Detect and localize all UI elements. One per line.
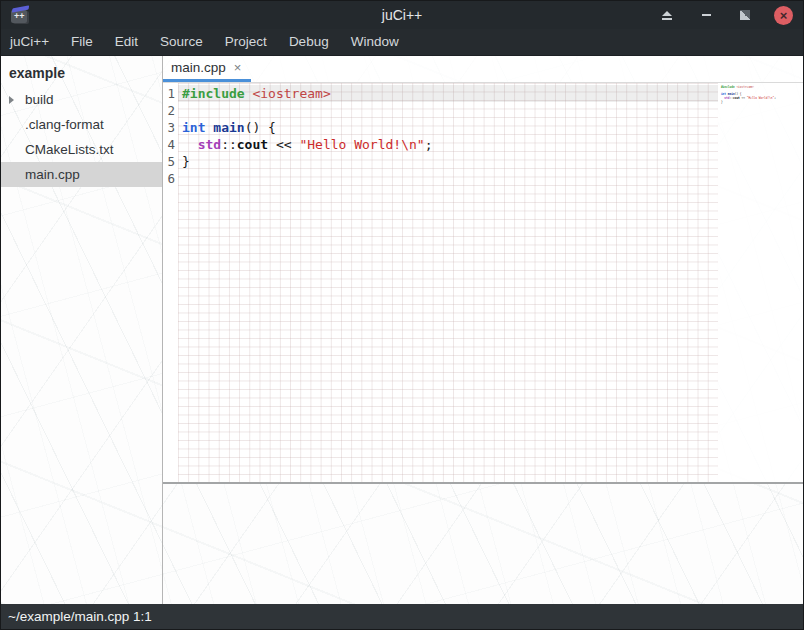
menu-item-juci[interactable]: juCi++ <box>1 29 60 55</box>
minimap[interactable]: #include <iostream>int main() { std::cou… <box>720 85 801 145</box>
title-bar[interactable]: ++ juCi++ × <box>1 1 803 29</box>
close-tab-icon[interactable]: × <box>234 61 242 74</box>
code-line[interactable]: #include <iostream> <box>178 85 718 102</box>
expander-spacer <box>9 120 21 130</box>
line-number: 4 <box>163 136 178 153</box>
code-line[interactable]: } <box>178 153 718 170</box>
code-token <box>182 137 198 152</box>
code-token: cout <box>733 96 740 99</box>
tree-item-label: CMakeLists.txt <box>25 142 114 157</box>
code-token: main <box>213 120 244 135</box>
minimize-icon <box>702 14 711 16</box>
file-tree: build.clang-formatCMakeLists.txtmain.cpp <box>1 87 162 187</box>
line-number: 2 <box>163 102 178 119</box>
output-panel[interactable] <box>163 484 803 604</box>
code-token: } <box>182 154 190 169</box>
maximize-icon <box>740 10 750 20</box>
code-area[interactable]: #include <iostream>int main() { std::cou… <box>178 83 718 482</box>
logo-plus-plus: ++ <box>14 11 25 21</box>
editor-margin: #include <iostream>int main() { std::cou… <box>718 83 803 482</box>
tree-item-main-cpp[interactable]: main.cpp <box>1 162 162 187</box>
line-number: 5 <box>163 153 178 170</box>
code-token: #include <box>721 85 735 88</box>
shade-window-button[interactable] <box>657 5 677 25</box>
menu-item-project[interactable]: Project <box>214 29 278 55</box>
code-line[interactable]: std::cout << "Hello World!\n"; <box>178 136 718 153</box>
close-icon: × <box>780 6 788 25</box>
status-file-position: ~/example/main.cpp 1:1 <box>8 609 152 624</box>
status-bar: ~/example/main.cpp 1:1 <box>1 604 803 629</box>
code-token: "Hello World!\n" <box>747 96 775 99</box>
tree-item-label: main.cpp <box>25 167 80 182</box>
main-area: example build.clang-formatCMakeLists.txt… <box>1 56 803 604</box>
code-line[interactable]: int main() { <box>178 119 718 136</box>
menu-item-window[interactable]: Window <box>340 29 410 55</box>
code-token: "Hello World!\n" <box>299 137 424 152</box>
tree-item-build[interactable]: build <box>1 87 162 112</box>
code-token: #include <box>182 86 245 101</box>
window-controls: × <box>657 5 793 25</box>
sidebar: example build.clang-formatCMakeLists.txt… <box>1 56 163 604</box>
editor: 123456 #include <iostream>int main() { s… <box>163 83 803 482</box>
tree-item-clang-format[interactable]: .clang-format <box>1 112 162 137</box>
expander-spacer <box>9 170 21 180</box>
menu-item-file[interactable]: File <box>60 29 104 55</box>
close-button[interactable]: × <box>774 6 793 25</box>
code-line: #include <iostream> <box>720 85 738 89</box>
line-number-gutter: 123456 <box>163 83 178 482</box>
line-number: 3 <box>163 119 178 136</box>
project-root-label[interactable]: example <box>1 61 162 87</box>
app-logo-icon: ++ <box>11 8 30 23</box>
tree-item-label: .clang-format <box>25 117 104 132</box>
tab-bar: main.cpp× <box>163 56 803 83</box>
code-line <box>720 104 738 108</box>
code-token: cout <box>237 137 268 152</box>
code-token: <iostream> <box>736 85 753 88</box>
menu-item-source[interactable]: Source <box>149 29 214 55</box>
tab-main-cpp[interactable]: main.cpp× <box>163 56 251 82</box>
menu-bar: juCi++FileEditSourceProjectDebugWindow <box>1 29 803 56</box>
tree-item-cmakelists-txt[interactable]: CMakeLists.txt <box>1 137 162 162</box>
menu-item-edit[interactable]: Edit <box>104 29 149 55</box>
expander-icon[interactable] <box>9 95 21 105</box>
code-token: ; <box>774 96 776 99</box>
code-line[interactable] <box>178 102 718 119</box>
code-token: () { <box>245 120 276 135</box>
eject-icon <box>662 11 672 20</box>
code-token: << <box>268 137 299 152</box>
content-column: main.cpp× 123456 #include <iostream>int … <box>163 56 803 604</box>
code-token: int <box>182 120 205 135</box>
code-line: std::cout << "Hello World!\n"; <box>720 96 738 100</box>
code-line[interactable] <box>178 170 718 187</box>
tab-label: main.cpp <box>171 60 226 75</box>
code-token: <iostream> <box>252 86 330 101</box>
menu-item-debug[interactable]: Debug <box>278 29 340 55</box>
code-token: std <box>198 137 221 152</box>
minimize-button[interactable] <box>696 5 716 25</box>
minimap-content: #include <iostream>int main() { std::cou… <box>720 85 738 107</box>
code-token: ; <box>425 137 433 152</box>
tree-item-label: build <box>25 92 54 107</box>
code-token: :: <box>221 137 237 152</box>
maximize-button[interactable] <box>735 5 755 25</box>
code-token: } <box>721 100 723 103</box>
line-number: 6 <box>163 170 178 187</box>
juci-window: ++ juCi++ × juCi++FileEditSourceProjectD… <box>0 0 804 630</box>
line-number: 1 <box>163 85 178 102</box>
expander-spacer <box>9 145 21 155</box>
